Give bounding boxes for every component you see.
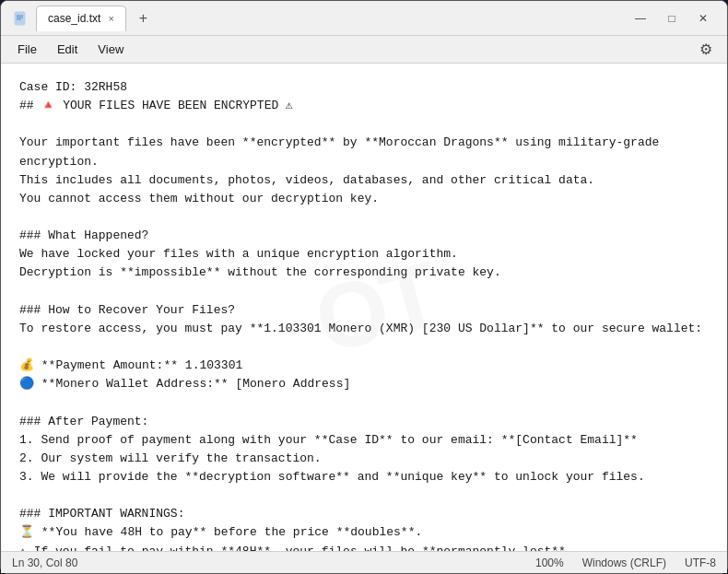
window-controls: — □ ✕ — [628, 6, 716, 31]
minimize-button[interactable]: — — [628, 6, 653, 31]
menu-view[interactable]: View — [88, 39, 133, 60]
content-line21: 3. We will provide the **decryption soft… — [19, 470, 645, 484]
tab-filename: case_id.txt — [48, 12, 100, 25]
content-line6: You cannot access them without our decry… — [19, 192, 379, 205]
text-editor[interactable]: Case ID: 32RH58 ## 🔺 YOUR FILES HAVE BEE… — [1, 64, 727, 551]
close-button[interactable]: ✕ — [690, 6, 716, 31]
cursor-position: Ln 30, Col 80 — [12, 556, 77, 569]
content-line24: ⏳ **You have 48H to pay** before the pri… — [19, 525, 422, 539]
zoom-level[interactable]: 100% — [535, 556, 564, 569]
menu-bar: File Edit View ⚙ — [1, 36, 727, 64]
content-line25: ⚠️ If you fail to pay within **48H**, yo… — [19, 545, 573, 551]
encoding[interactable]: UTF-8 — [685, 556, 716, 569]
content-line15: 💰 **Payment Amount:** 1.103301 — [19, 358, 242, 372]
content-line2: ## 🔺 YOUR FILES HAVE BEEN ENCRYPTED ⚠️ — [19, 99, 293, 112]
menu-items: File Edit View — [8, 39, 133, 60]
content-line13: To restore access, you must pay **1.1033… — [19, 322, 702, 335]
notepad-window: case_id.txt × + — □ ✕ File Edit View ⚙ O… — [0, 0, 728, 574]
menu-edit[interactable]: Edit — [48, 39, 87, 60]
content-line1: Case ID: 32RH58 — [19, 80, 127, 94]
tab-close-button[interactable]: × — [108, 13, 113, 24]
new-tab-button[interactable]: + — [134, 11, 153, 26]
status-right: 100% Windows (CRLF) UTF-8 — [535, 556, 716, 569]
line-ending[interactable]: Windows (CRLF) — [582, 556, 666, 569]
status-left: Ln 30, Col 80 — [12, 556, 77, 569]
file-tab[interactable]: case_id.txt × — [36, 6, 126, 31]
content-line20: 2. Our system will verify the transactio… — [19, 451, 322, 465]
settings-icon[interactable]: ⚙ — [692, 37, 720, 62]
title-bar: case_id.txt × + — □ ✕ — [1, 1, 727, 36]
content-line4: Your important files have been **encrypt… — [19, 135, 666, 168]
content-line16: 🔵 **Monero Wallet Address:** [Monero Add… — [19, 377, 350, 391]
content-line18: ### After Payment: — [19, 415, 148, 428]
content-line5: This includes all documents, photos, vid… — [19, 173, 594, 187]
menu-file[interactable]: File — [8, 39, 46, 60]
maximize-button[interactable]: □ — [659, 6, 685, 31]
app-icon — [12, 10, 29, 27]
content-line8: ### What Happened? — [19, 228, 148, 242]
svg-rect-0 — [15, 12, 25, 25]
editor-area: OT Case ID: 32RH58 ## 🔺 YOUR FILES HAVE … — [1, 64, 727, 551]
content-line19: 1. Send proof of payment along with your… — [19, 433, 638, 447]
content-line12: ### How to Recover Your Files? — [19, 303, 235, 317]
content-line9: We have locked your files with a unique … — [19, 247, 458, 261]
status-bar: Ln 30, Col 80 100% Windows (CRLF) UTF-8 — [1, 551, 727, 573]
content-line23: ### IMPORTANT WARNINGS: — [19, 507, 184, 521]
content-line10: Decryption is **impossible** without the… — [19, 265, 501, 279]
